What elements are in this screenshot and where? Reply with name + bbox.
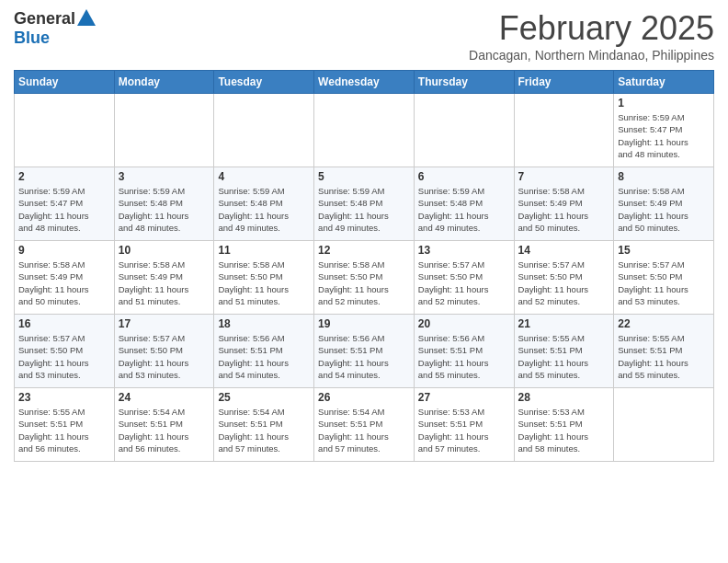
calendar-cell: 6Sunrise: 5:59 AM Sunset: 5:48 PM Daylig… — [414, 167, 514, 241]
calendar-cell: 18Sunrise: 5:56 AM Sunset: 5:51 PM Dayli… — [214, 315, 314, 388]
calendar-cell: 20Sunrise: 5:56 AM Sunset: 5:51 PM Dayli… — [414, 315, 514, 388]
calendar-cell — [15, 94, 115, 167]
day-number: 4 — [218, 170, 310, 183]
day-info: Sunrise: 5:57 AM Sunset: 5:50 PM Dayligh… — [418, 259, 510, 307]
day-info: Sunrise: 5:58 AM Sunset: 5:49 PM Dayligh… — [119, 259, 210, 307]
calendar-cell: 8Sunrise: 5:58 AM Sunset: 5:49 PM Daylig… — [614, 167, 714, 241]
location-text: Dancagan, Northern Mindanao, Philippines — [469, 48, 714, 63]
calendar-week-row: 16Sunrise: 5:57 AM Sunset: 5:50 PM Dayli… — [15, 315, 714, 388]
calendar-cell: 12Sunrise: 5:58 AM Sunset: 5:50 PM Dayli… — [314, 241, 415, 315]
calendar-header-row: SundayMondayTuesdayWednesdayThursdayFrid… — [15, 71, 714, 94]
day-number: 19 — [318, 317, 410, 330]
day-number: 20 — [418, 317, 510, 330]
calendar-cell: 19Sunrise: 5:56 AM Sunset: 5:51 PM Dayli… — [314, 315, 415, 388]
day-info: Sunrise: 5:55 AM Sunset: 5:51 PM Dayligh… — [518, 332, 610, 381]
day-info: Sunrise: 5:58 AM Sunset: 5:49 PM Dayligh… — [518, 185, 610, 234]
calendar-cell — [514, 94, 614, 167]
day-info: Sunrise: 5:59 AM Sunset: 5:48 PM Dayligh… — [418, 185, 510, 234]
day-info: Sunrise: 5:57 AM Sunset: 5:50 PM Dayligh… — [119, 332, 210, 381]
calendar-cell: 28Sunrise: 5:53 AM Sunset: 5:51 PM Dayli… — [514, 388, 614, 462]
calendar-cell: 27Sunrise: 5:53 AM Sunset: 5:51 PM Dayli… — [414, 388, 514, 462]
title-section: February 2025 Dancagan, Northern Mindana… — [469, 9, 714, 63]
day-number: 5 — [318, 170, 410, 183]
day-info: Sunrise: 5:57 AM Sunset: 5:50 PM Dayligh… — [618, 259, 710, 307]
calendar-cell: 7Sunrise: 5:58 AM Sunset: 5:49 PM Daylig… — [514, 167, 614, 241]
day-info: Sunrise: 5:58 AM Sunset: 5:49 PM Dayligh… — [618, 185, 710, 234]
day-info: Sunrise: 5:59 AM Sunset: 5:47 PM Dayligh… — [18, 185, 110, 234]
day-number: 1 — [618, 97, 710, 109]
calendar-cell: 13Sunrise: 5:57 AM Sunset: 5:50 PM Dayli… — [414, 241, 514, 315]
logo-blue-text: Blue — [14, 29, 50, 48]
day-number: 7 — [518, 170, 610, 183]
calendar-day-header: Thursday — [414, 71, 514, 94]
day-info: Sunrise: 5:53 AM Sunset: 5:51 PM Dayligh… — [518, 406, 610, 454]
day-number: 28 — [518, 391, 610, 404]
calendar-day-header: Sunday — [15, 71, 115, 94]
calendar-day-header: Tuesday — [214, 71, 314, 94]
logo: General Blue — [14, 9, 96, 48]
calendar-cell: 10Sunrise: 5:58 AM Sunset: 5:49 PM Dayli… — [114, 241, 214, 315]
day-info: Sunrise: 5:59 AM Sunset: 5:48 PM Dayligh… — [318, 185, 410, 234]
day-info: Sunrise: 5:55 AM Sunset: 5:51 PM Dayligh… — [18, 406, 110, 454]
page: General Blue February 2025 Dancagan, Nor… — [0, 0, 728, 476]
calendar-cell: 16Sunrise: 5:57 AM Sunset: 5:50 PM Dayli… — [15, 315, 115, 388]
day-info: Sunrise: 5:56 AM Sunset: 5:51 PM Dayligh… — [418, 332, 510, 381]
day-number: 8 — [618, 170, 710, 183]
calendar-day-header: Saturday — [614, 71, 714, 94]
day-number: 13 — [418, 244, 510, 257]
day-number: 12 — [318, 244, 410, 257]
day-info: Sunrise: 5:58 AM Sunset: 5:49 PM Dayligh… — [18, 259, 110, 307]
day-info: Sunrise: 5:56 AM Sunset: 5:51 PM Dayligh… — [218, 332, 310, 381]
calendar-cell: 4Sunrise: 5:59 AM Sunset: 5:48 PM Daylig… — [214, 167, 314, 241]
day-info: Sunrise: 5:57 AM Sunset: 5:50 PM Dayligh… — [18, 332, 110, 381]
month-year-title: February 2025 — [469, 9, 714, 48]
header: General Blue February 2025 Dancagan, Nor… — [14, 9, 714, 63]
day-info: Sunrise: 5:55 AM Sunset: 5:51 PM Dayligh… — [618, 332, 710, 381]
calendar-cell: 1Sunrise: 5:59 AM Sunset: 5:47 PM Daylig… — [614, 94, 714, 167]
calendar-cell: 23Sunrise: 5:55 AM Sunset: 5:51 PM Dayli… — [15, 388, 115, 462]
day-number: 27 — [418, 391, 510, 404]
calendar-cell: 5Sunrise: 5:59 AM Sunset: 5:48 PM Daylig… — [314, 167, 415, 241]
day-number: 2 — [18, 170, 110, 183]
calendar-cell: 25Sunrise: 5:54 AM Sunset: 5:51 PM Dayli… — [214, 388, 314, 462]
calendar-week-row: 1Sunrise: 5:59 AM Sunset: 5:47 PM Daylig… — [15, 94, 714, 167]
day-info: Sunrise: 5:54 AM Sunset: 5:51 PM Dayligh… — [218, 406, 310, 454]
calendar-day-header: Monday — [114, 71, 214, 94]
day-number: 22 — [618, 317, 710, 330]
calendar-cell: 26Sunrise: 5:54 AM Sunset: 5:51 PM Dayli… — [314, 388, 415, 462]
calendar-week-row: 2Sunrise: 5:59 AM Sunset: 5:47 PM Daylig… — [15, 167, 714, 241]
day-info: Sunrise: 5:54 AM Sunset: 5:51 PM Dayligh… — [318, 406, 410, 454]
calendar-cell — [114, 94, 214, 167]
day-number: 10 — [119, 244, 210, 257]
calendar-cell: 22Sunrise: 5:55 AM Sunset: 5:51 PM Dayli… — [614, 315, 714, 388]
calendar-cell — [414, 94, 514, 167]
calendar-day-header: Friday — [514, 71, 614, 94]
calendar-cell — [214, 94, 314, 167]
logo-text: General — [14, 9, 96, 29]
day-info: Sunrise: 5:59 AM Sunset: 5:48 PM Dayligh… — [218, 185, 310, 234]
calendar-cell: 24Sunrise: 5:54 AM Sunset: 5:51 PM Dayli… — [114, 388, 214, 462]
logo-triangle-icon — [77, 9, 96, 26]
day-number: 18 — [218, 317, 310, 330]
calendar-cell: 11Sunrise: 5:58 AM Sunset: 5:50 PM Dayli… — [214, 241, 314, 315]
calendar-week-row: 9Sunrise: 5:58 AM Sunset: 5:49 PM Daylig… — [15, 241, 714, 315]
calendar-cell — [314, 94, 415, 167]
calendar-cell: 21Sunrise: 5:55 AM Sunset: 5:51 PM Dayli… — [514, 315, 614, 388]
day-number: 3 — [119, 170, 210, 183]
calendar-week-row: 23Sunrise: 5:55 AM Sunset: 5:51 PM Dayli… — [15, 388, 714, 462]
day-info: Sunrise: 5:59 AM Sunset: 5:48 PM Dayligh… — [119, 185, 210, 234]
day-info: Sunrise: 5:53 AM Sunset: 5:51 PM Dayligh… — [418, 406, 510, 454]
day-number: 21 — [518, 317, 610, 330]
day-number: 9 — [18, 244, 110, 257]
day-number: 17 — [119, 317, 210, 330]
day-info: Sunrise: 5:58 AM Sunset: 5:50 PM Dayligh… — [318, 259, 410, 307]
day-number: 23 — [18, 391, 110, 404]
day-number: 25 — [218, 391, 310, 404]
day-info: Sunrise: 5:54 AM Sunset: 5:51 PM Dayligh… — [119, 406, 210, 454]
logo-general-text: General — [14, 9, 75, 29]
day-number: 16 — [18, 317, 110, 330]
day-info: Sunrise: 5:56 AM Sunset: 5:51 PM Dayligh… — [318, 332, 410, 381]
calendar-cell: 2Sunrise: 5:59 AM Sunset: 5:47 PM Daylig… — [15, 167, 115, 241]
calendar-cell: 17Sunrise: 5:57 AM Sunset: 5:50 PM Dayli… — [114, 315, 214, 388]
calendar-cell: 14Sunrise: 5:57 AM Sunset: 5:50 PM Dayli… — [514, 241, 614, 315]
